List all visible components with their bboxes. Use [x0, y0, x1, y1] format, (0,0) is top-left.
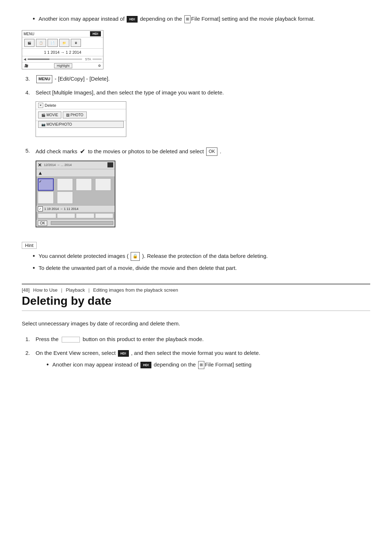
step-5-num: 5.: [25, 146, 36, 155]
delete-x-icon: ✕: [38, 103, 43, 108]
bottom-step-2-num: 2.: [25, 349, 36, 357]
menu-icon-5: 🖥: [71, 39, 81, 47]
menu-icon-3: 📄: [48, 39, 58, 47]
hint-bullet-dot-2: •: [33, 264, 35, 273]
check-grid-top: [36, 177, 115, 205]
check-cell-3: [76, 178, 92, 191]
bottom-bullet-dot: •: [46, 360, 49, 369]
bottom-step-1: 1. Press the button on this product to e…: [25, 335, 370, 344]
check-cell-5: [38, 191, 54, 204]
check-check-icon: ✓: [38, 206, 43, 211]
menu-icon-4: 📁: [59, 39, 69, 47]
section-divider-bottom: [22, 311, 370, 311]
delete-options-row: 🎬 MOVIE 🖼 PHOTO: [36, 109, 126, 121]
menu-hd-icon: HD!: [90, 31, 101, 36]
menu-screen-bottom: 🎥 Highlight ⚙: [22, 62, 103, 69]
ok-box: OK: [206, 147, 217, 156]
check-cell-1: [38, 178, 54, 191]
step-4-text: Select [Multiple Images], and then selec…: [36, 89, 224, 96]
menu-screen-mockup: MENU HD! 🎬 📋 📄 📁 🖥 1 1 2014 → 1 2 2014 ◀…: [22, 30, 103, 69]
check-top-bar: ✕ 12/2014 → ... 2014: [36, 161, 115, 169]
menu-screen-bar: ◀ STA: [22, 56, 103, 62]
breadcrumb-sep-2: |: [89, 287, 90, 293]
bottom-step-2-text: On the Event View screen, select HD! , a…: [36, 350, 260, 356]
breadcrumb: [48] How to Use | Playback | Editing ima…: [22, 287, 370, 293]
menu-icon-1: 🎬: [24, 39, 34, 47]
delete-photo-btn: 🖼 PHOTO: [63, 112, 86, 118]
breadcrumb-sep-1: |: [61, 287, 62, 293]
intro-text: Select unnecessary images by date of rec…: [22, 319, 370, 328]
check-ok-btn: OK: [38, 220, 47, 226]
hint-label: Hint: [22, 242, 37, 249]
step-3-text: MENU - [Edit/Copy] - [Delete].: [36, 74, 370, 83]
page-title: Deleting by date: [22, 294, 370, 308]
check-cell2-3: [76, 213, 94, 218]
breadcrumb-section3: Editing images from the playback screen: [93, 287, 178, 293]
check-screen-mockup: ✕ 12/2014 → ... 2014 ▲ ✓ 1 19 2014 → 1 1…: [36, 161, 115, 227]
bullet-text-1: Another icon may appear instead of HD! d…: [38, 15, 315, 23]
check-bottom-bar: OK: [36, 220, 115, 227]
hint-section: Hint • You cannot delete protected image…: [22, 238, 370, 273]
bullet-item-1: • Another icon may appear instead of HD!…: [33, 15, 370, 24]
section-divider-top: [22, 284, 370, 284]
checkmark-icon: ✔: [80, 146, 85, 157]
protect-icon: 🔒: [131, 252, 140, 260]
hd-icon-bottom: HD!: [118, 350, 129, 357]
step-5-text: Add check marks ✔ to the movies or photo…: [36, 148, 221, 154]
menu-icon-2: 📋: [36, 39, 46, 47]
check-date-row: ✓ 1 19 2014 → 1 11 2014: [36, 205, 115, 212]
menu-screen-date: 1 1 2014 → 1 2 2014: [22, 49, 103, 56]
top-bullets-section: • Another icon may appear instead of HD!…: [22, 15, 370, 24]
check-cell-6: [57, 191, 73, 204]
step-4-num: 4.: [25, 88, 36, 97]
menu-screen-icons: 🎬 📋 📄 📁 🖥: [22, 37, 103, 49]
check-cell2-1: [38, 213, 56, 218]
delete-header: ✕ Delete: [36, 102, 126, 109]
hint-text-1: You cannot delete protected images ( 🔒 )…: [38, 252, 268, 261]
delete-moviephoto-btn: 📷 MOVIE/PHOTO: [38, 121, 124, 128]
bottom-step-1-num: 1.: [25, 335, 36, 344]
check-grid-bottom: [36, 212, 115, 220]
step-3: 3. MENU - [Edit/Copy] - [Delete].: [25, 74, 370, 83]
hint-bullet-dot-1: •: [33, 252, 35, 261]
menu-label: MENU: [24, 32, 34, 36]
grid-icon-bottom: ⊞: [198, 361, 204, 369]
step-5: 5. Add check marks ✔ to the movies or ph…: [25, 146, 370, 232]
bullet-dot: •: [33, 15, 35, 24]
menu-screen-top: MENU HD!: [22, 31, 103, 37]
hint-text-2: To delete the unwanted part of a movie, …: [38, 264, 237, 272]
check-cell-4: [95, 178, 111, 191]
step-4: 4. Select [Multiple Images], and then se…: [25, 88, 370, 141]
hd-icon-bottom-2: HD!: [140, 362, 151, 368]
breadcrumb-page-num: [48]: [22, 287, 30, 293]
hint-bullet-1: • You cannot delete protected images ( 🔒…: [33, 252, 370, 261]
bottom-step-1-text: Press the button on this product to ente…: [36, 335, 370, 344]
menu-box: MENU: [36, 75, 52, 83]
breadcrumb-section2: Playback: [66, 287, 85, 293]
grid-icon-1: ⊞: [184, 15, 191, 23]
check-cell-2: [57, 178, 73, 191]
step-3-num: 3.: [25, 74, 36, 83]
bottom-step-2: 2. On the Event View screen, select HD! …: [25, 349, 370, 372]
bottom-bullet-text: Another icon may appear instead of HD! d…: [52, 360, 252, 369]
delete-title: Delete: [45, 103, 56, 108]
delete-screen-mockup: ✕ Delete 🎬 MOVIE 🖼 PHOTO 📷 MOVIE/PHOTO: [36, 101, 126, 137]
hd-icon-1: HD!: [127, 16, 138, 23]
check-cell2-4: [95, 213, 114, 218]
hint-bullet-2: • To delete the unwanted part of a movie…: [33, 264, 370, 273]
delete-movie-btn: 🎬 MOVIE: [38, 112, 61, 118]
check-cell2-2: [57, 213, 75, 218]
bottom-bullet: • Another icon may appear instead of HD!…: [46, 360, 370, 369]
breadcrumb-section1: How to Use: [33, 287, 57, 293]
